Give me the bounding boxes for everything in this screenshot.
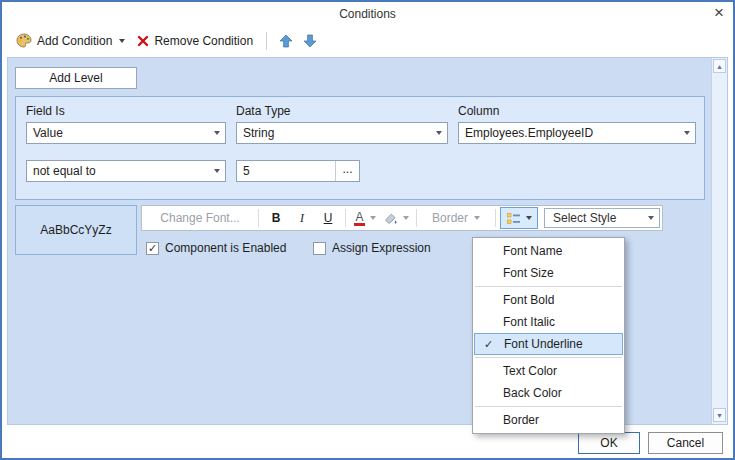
add-condition-label: Add Condition <box>37 34 112 48</box>
chevron-down-icon <box>370 216 376 220</box>
arrow-up-icon <box>279 34 293 48</box>
remove-icon <box>137 35 149 47</box>
menu-separator <box>475 357 622 358</box>
chevron-down-icon <box>431 131 447 135</box>
menu-item-font-name[interactable]: Font Name <box>473 240 624 262</box>
menu-item-font-bold[interactable]: Font Bold <box>473 289 624 311</box>
close-button[interactable]: × <box>714 3 724 23</box>
menu-item-font-underline[interactable]: ✓ Font Underline <box>474 333 623 355</box>
toolbar-separator <box>258 209 259 227</box>
check-icon: ✓ <box>148 243 157 254</box>
assign-expression-label: Assign Expression <box>332 241 431 255</box>
bold-button[interactable]: B <box>263 208 289 228</box>
menu-item-back-color[interactable]: Back Color <box>473 382 624 404</box>
chevron-down-icon <box>526 216 532 220</box>
menu-item-text-color[interactable]: Text Color <box>473 360 624 382</box>
panel-scrollbar[interactable]: ▲ ▼ <box>711 58 727 424</box>
move-up-button[interactable] <box>274 31 298 51</box>
assign-expression-checkbox[interactable]: Assign Expression <box>313 241 431 255</box>
value-field: 5 ... <box>236 160 360 182</box>
style-preview: AaBbCcYyZz <box>15 205 137 255</box>
check-icon: ✓ <box>484 334 493 354</box>
move-down-button[interactable] <box>298 31 322 51</box>
toolbar-separator <box>266 32 267 50</box>
menu-separator <box>475 286 622 287</box>
add-condition-button[interactable]: Add Condition <box>10 30 131 52</box>
style-properties-menu: Font Name Font Size Font Bold Font Itali… <box>472 237 625 434</box>
column-label: Column <box>458 104 499 118</box>
format-toolbar: Change Font... B I U A Bor <box>141 205 663 231</box>
palette-icon <box>16 33 32 49</box>
italic-button[interactable]: I <box>289 208 315 228</box>
operator-select[interactable]: not equal to <box>26 160 226 182</box>
style-properties-button[interactable] <box>500 207 538 229</box>
chevron-down-icon <box>643 216 659 220</box>
data-type-label: Data Type <box>236 104 290 118</box>
select-style-dropdown[interactable]: Select Style <box>544 208 660 228</box>
component-enabled-label: Component is Enabled <box>165 241 286 255</box>
menu-item-border[interactable]: Border <box>473 409 624 431</box>
border-button[interactable]: Border <box>421 208 491 228</box>
remove-condition-button[interactable]: Remove Condition <box>131 31 259 51</box>
chevron-down-icon <box>679 131 695 135</box>
toolbar: Add Condition Remove Condition <box>2 26 733 56</box>
dialog-title: Conditions <box>2 2 733 26</box>
checkbox-box: ✓ <box>146 242 159 255</box>
text-color-icon: A <box>354 211 364 226</box>
ok-button[interactable]: OK <box>578 432 640 454</box>
menu-separator <box>475 406 622 407</box>
menu-item-font-italic[interactable]: Font Italic <box>473 311 624 333</box>
title-bar: Conditions × <box>2 2 733 26</box>
change-font-button[interactable]: Change Font... <box>146 208 254 228</box>
fill-color-button[interactable] <box>380 208 412 228</box>
add-level-button[interactable]: Add Level <box>15 67 137 89</box>
scroll-up-button[interactable]: ▲ <box>713 59 726 73</box>
data-type-select[interactable]: String <box>236 122 448 144</box>
field-is-select[interactable]: Value <box>26 122 226 144</box>
chevron-down-icon <box>403 216 409 220</box>
condition-box: Field Is Data Type Column Value String E… <box>15 96 705 200</box>
column-select[interactable]: Employees.EmployeeID <box>458 122 696 144</box>
toolbar-separator <box>345 209 346 227</box>
field-is-label: Field Is <box>26 104 65 118</box>
chevron-down-icon <box>474 216 480 220</box>
list-icon <box>506 211 521 226</box>
checkbox-box <box>313 242 326 255</box>
chevron-down-icon <box>119 39 125 43</box>
value-input[interactable]: 5 <box>237 161 335 181</box>
text-color-button[interactable]: A <box>350 208 380 228</box>
toolbar-separator <box>495 209 496 227</box>
cancel-button[interactable]: Cancel <box>648 432 723 454</box>
toolbar-separator <box>416 209 417 227</box>
conditions-dialog: Conditions × Add Condition <box>0 0 735 460</box>
underline-button[interactable]: U <box>315 208 341 228</box>
remove-condition-label: Remove Condition <box>154 34 253 48</box>
chevron-down-icon <box>209 131 225 135</box>
arrow-down-icon <box>303 34 317 48</box>
scroll-down-button[interactable]: ▼ <box>713 408 726 422</box>
chevron-down-icon <box>209 169 225 173</box>
browse-button[interactable]: ... <box>335 161 359 181</box>
component-enabled-checkbox[interactable]: ✓ Component is Enabled <box>146 241 286 255</box>
menu-item-font-size[interactable]: Font Size <box>473 262 624 284</box>
paint-bucket-icon <box>383 211 398 226</box>
